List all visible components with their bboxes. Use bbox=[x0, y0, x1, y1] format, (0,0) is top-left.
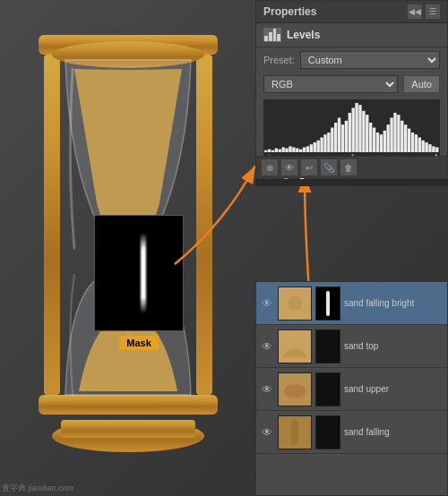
svg-rect-27 bbox=[320, 138, 323, 153]
add-adjustment-btn[interactable]: ⊕ bbox=[262, 159, 278, 175]
layer-thumbnail bbox=[278, 329, 312, 363]
svg-rect-56 bbox=[422, 141, 425, 152]
svg-rect-53 bbox=[411, 133, 414, 152]
svg-rect-13 bbox=[271, 150, 274, 152]
svg-rect-35 bbox=[349, 113, 351, 152]
svg-rect-45 bbox=[383, 131, 386, 152]
props-header-icons: ◀◀ ☰ bbox=[408, 4, 440, 19]
main-container: Mask Properties ◀◀ ☰ bbox=[0, 0, 448, 496]
svg-rect-39 bbox=[362, 111, 365, 152]
layer-row[interactable]: 👁 sand top bbox=[256, 325, 447, 368]
clip-btn[interactable]: 📎 bbox=[321, 159, 337, 175]
svg-rect-59 bbox=[432, 146, 435, 152]
svg-rect-1 bbox=[44, 55, 60, 395]
svg-rect-31 bbox=[334, 123, 337, 152]
levels-title: Levels bbox=[287, 29, 320, 41]
properties-header: Properties ◀◀ ☰ bbox=[256, 1, 447, 23]
layer-thumbnail bbox=[278, 415, 312, 449]
auto-button[interactable]: Auto bbox=[403, 75, 440, 93]
svg-rect-58 bbox=[428, 144, 431, 152]
svg-rect-47 bbox=[390, 118, 392, 153]
svg-rect-19 bbox=[292, 148, 295, 153]
svg-rect-32 bbox=[338, 118, 340, 153]
svg-rect-38 bbox=[358, 105, 361, 152]
layer-name: sand top bbox=[344, 341, 444, 351]
rgb-row: RGB Auto bbox=[256, 73, 447, 96]
visibility-btn[interactable]: 👁 bbox=[281, 159, 297, 175]
svg-point-71 bbox=[284, 384, 306, 398]
svg-rect-43 bbox=[376, 133, 379, 152]
layer-visibility-icon[interactable]: 👁 bbox=[260, 382, 274, 397]
channel-select[interactable]: RGB bbox=[263, 75, 398, 93]
mask-label: Mask bbox=[119, 336, 159, 350]
svg-rect-21 bbox=[299, 150, 302, 152]
svg-rect-14 bbox=[275, 149, 278, 152]
svg-rect-11 bbox=[264, 150, 267, 152]
layer-visibility-icon[interactable]: 👁 bbox=[260, 296, 274, 311]
preset-row: Preset: Custom bbox=[256, 47, 447, 73]
svg-rect-57 bbox=[425, 142, 427, 152]
layer-row[interactable]: 👁 sand falling bbox=[256, 411, 447, 454]
layer-mask-thumbnail bbox=[315, 329, 340, 363]
svg-rect-29 bbox=[327, 133, 330, 152]
histogram-chart bbox=[264, 100, 439, 161]
levels-header: Levels bbox=[256, 23, 447, 47]
mask-thumbnail: Mask bbox=[94, 215, 184, 331]
svg-rect-72 bbox=[316, 373, 340, 406]
svg-rect-26 bbox=[317, 141, 320, 152]
layer-thumbnail bbox=[278, 286, 312, 321]
svg-rect-74 bbox=[291, 420, 298, 445]
layer-name: sand falling bright bbox=[344, 298, 444, 308]
svg-rect-24 bbox=[310, 144, 313, 152]
svg-rect-30 bbox=[331, 128, 333, 153]
preset-label: Preset: bbox=[263, 55, 295, 65]
layer-mask-thumbnail bbox=[315, 286, 340, 321]
delete-btn[interactable]: 🗑 bbox=[340, 159, 357, 175]
layer-row[interactable]: 👁 sand upper bbox=[256, 368, 447, 411]
svg-rect-5 bbox=[61, 420, 195, 438]
layer-row[interactable]: 👁 sand falling bright bbox=[256, 282, 447, 325]
svg-rect-12 bbox=[268, 150, 271, 152]
layers-panel: 👁 sand falling bright 👁 sand top 👁 bbox=[255, 281, 448, 496]
svg-rect-54 bbox=[415, 134, 418, 152]
svg-rect-25 bbox=[314, 142, 316, 152]
properties-panel: Properties ◀◀ ☰ Levels Preset: Custom bbox=[255, 0, 448, 179]
layer-visibility-icon[interactable]: 👁 bbox=[260, 339, 274, 354]
svg-rect-20 bbox=[296, 149, 298, 152]
svg-rect-44 bbox=[380, 134, 383, 152]
props-collapse-btn[interactable]: ◀◀ bbox=[408, 4, 422, 19]
layer-mask-thumbnail bbox=[315, 415, 340, 449]
svg-rect-50 bbox=[401, 121, 403, 152]
svg-rect-3 bbox=[39, 395, 218, 415]
svg-rect-48 bbox=[393, 113, 396, 152]
svg-rect-36 bbox=[352, 108, 355, 153]
svg-rect-51 bbox=[404, 124, 407, 152]
reset-btn[interactable]: ↩ bbox=[301, 159, 317, 175]
svg-rect-41 bbox=[369, 123, 372, 152]
preset-select[interactable]: Custom bbox=[300, 51, 440, 69]
svg-rect-75 bbox=[316, 416, 340, 449]
layer-thumbnail bbox=[278, 372, 312, 406]
levels-icon bbox=[263, 28, 281, 42]
props-toolbar: ⊕ 👁 ↩ 📎 🗑 bbox=[256, 156, 447, 178]
svg-rect-52 bbox=[408, 129, 410, 152]
svg-rect-23 bbox=[306, 146, 309, 152]
layer-mask-thumbnail bbox=[315, 372, 340, 406]
mask-streak bbox=[141, 233, 146, 313]
svg-rect-42 bbox=[373, 128, 375, 153]
svg-rect-55 bbox=[418, 138, 421, 153]
svg-rect-28 bbox=[323, 134, 326, 152]
svg-rect-69 bbox=[316, 330, 340, 363]
svg-rect-46 bbox=[387, 124, 390, 152]
svg-rect-67 bbox=[326, 291, 330, 316]
props-menu-btn[interactable]: ☰ bbox=[426, 4, 440, 19]
layer-visibility-icon[interactable]: 👁 bbox=[260, 425, 274, 440]
svg-rect-68 bbox=[279, 330, 311, 363]
svg-rect-60 bbox=[435, 148, 438, 153]
histogram-area bbox=[263, 99, 440, 162]
svg-rect-49 bbox=[397, 115, 400, 152]
svg-rect-37 bbox=[355, 103, 358, 152]
svg-rect-18 bbox=[289, 146, 291, 152]
svg-point-65 bbox=[288, 296, 302, 311]
svg-rect-34 bbox=[345, 121, 348, 152]
